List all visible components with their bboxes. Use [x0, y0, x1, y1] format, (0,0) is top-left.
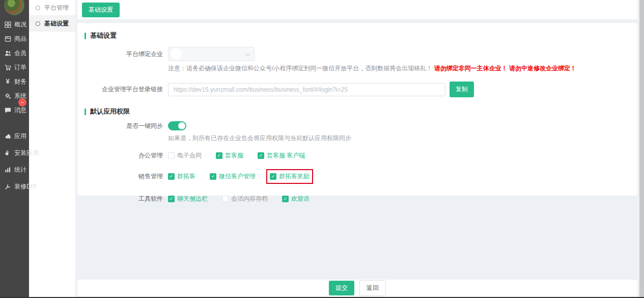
sidebar-item-members[interactable]: 会员: [0, 46, 29, 60]
sales-group-row: 销售管理 群拓客 微信客户管理 群拓客奖励: [77, 172, 637, 181]
checkbox-checked-icon: [168, 196, 175, 202]
vertical-scrollbar[interactable]: [639, 0, 644, 298]
checkbox-checked-icon: [210, 173, 216, 180]
back-button[interactable]: 返回: [359, 280, 386, 296]
sidebar-item-statistics[interactable]: 统计: [0, 161, 29, 178]
checkbox-label: 芸客服 客户端: [267, 151, 305, 160]
copy-button[interactable]: 复制: [450, 82, 474, 97]
diy-wrench-icon: [4, 183, 11, 191]
sidebar-item-label: 安装应用: [14, 149, 39, 157]
sidebar-item-goods[interactable]: 商品: [0, 32, 29, 46]
install-app-icon: [4, 150, 11, 157]
tools-group-row: 工具软件 聊天侧边栏 会话内容存档 欢迎语: [77, 195, 637, 203]
sidebar-item-label: 应用: [14, 132, 26, 141]
checkbox-label: 微信客户管理: [219, 172, 256, 181]
checkbox-yun-service[interactable]: 芸客服: [216, 151, 243, 160]
checkbox-checked-icon: [270, 173, 276, 180]
checkbox-label: 电子合同: [177, 151, 202, 160]
sidebar-item-label: 概况: [14, 20, 26, 29]
submit-button[interactable]: 提交: [329, 281, 354, 295]
checkbox-checked-icon: [216, 152, 222, 159]
sidebar-item-label: 财务: [14, 77, 26, 86]
bind-notice: 注意：请务必确保该企业微信和公众号/小程序绑定到同一微信开放平台，否则数据将会出…: [168, 64, 637, 73]
sidebar-item-messages[interactable]: 消息 –: [0, 103, 29, 117]
sync-helper-text: 如果是，则所有已存在企业也会将应用权限与当前默认应用权限同步: [168, 134, 637, 143]
section-title-basic: 基础设置: [85, 31, 637, 40]
radio-circle-icon: [36, 21, 40, 26]
company-logo-placeholder: [171, 48, 182, 60]
checkbox-chat-sidebar[interactable]: 聊天侧边栏: [168, 195, 208, 203]
footer-action-bar: 提交 返回: [77, 280, 637, 296]
sidebar-item-apps[interactable]: 应用: [0, 128, 29, 145]
office-group-row: 办公管理 电子合同 芸客服 芸客服 客户端: [77, 151, 637, 160]
apps-icon: [4, 133, 11, 140]
settings-card: 基础设置 平台绑定企业 注意：请务必确保该企业微信和公众号/小程序绑定到同一微信…: [77, 23, 637, 196]
sales-group-label: 销售管理: [77, 172, 163, 181]
section-title-text: 默认应用权限: [90, 107, 130, 116]
checkbox-label: 群拓客: [177, 172, 195, 181]
office-group-label: 办公管理: [77, 151, 163, 160]
section-accent-bar: [85, 109, 86, 115]
avatar[interactable]: [4, 0, 24, 15]
sidebar-item-label: 消息: [14, 106, 26, 115]
sidebar-item-label: 会员: [14, 49, 26, 58]
company-select[interactable]: [168, 47, 255, 61]
checkbox-group-tuoke[interactable]: 群拓客: [168, 172, 195, 181]
sidebar-item-finance[interactable]: ¥ 财务: [0, 74, 29, 89]
submenu-item-basic-settings[interactable]: 基础设置: [29, 16, 75, 32]
checkbox-label: 会话内容存档: [231, 195, 268, 203]
login-link-input[interactable]: [168, 83, 445, 96]
checkbox-icon: [168, 152, 175, 159]
notice-gray-text: 注意：请务必确保该企业微信和公众号/小程序绑定到同一微信开放平台，否则数据将会出…: [168, 65, 432, 72]
checkbox-group-tuoke-reward[interactable]: 群拓客奖励: [270, 172, 310, 181]
bind-company-row: 平台绑定企业: [77, 47, 637, 61]
sync-row: 是否一键同步: [77, 121, 637, 130]
notice-red-text: 请勿绑定非同一主体企业！ 请勿中途修改企业绑定！: [434, 65, 576, 72]
top-tab-bar: 基础设置: [77, 0, 637, 19]
checkbox-checked-icon: [258, 152, 264, 159]
radio-circle-icon: [36, 6, 40, 10]
checkbox-label: 芸客服: [225, 151, 243, 160]
submenu-item-label: 平台管理: [44, 4, 69, 12]
sidebar-item-label: 装修DIY: [14, 182, 37, 191]
checkbox-session-archive[interactable]: 会话内容存档: [222, 195, 268, 203]
sidebar-item-label: 订单: [14, 63, 26, 72]
sidebar-item-decorate-diy[interactable]: 装修DIY: [0, 178, 29, 195]
stats-chart-icon: [4, 167, 11, 174]
chevron-down-icon: [245, 51, 250, 56]
orders-cart-icon: [4, 64, 11, 71]
dashboard-icon: [4, 21, 11, 28]
login-link-row: 企业管理平台登录链接 复制: [77, 82, 637, 97]
main-sidebar: 概况 商品 会员 订单 ¥ 财务 系统: [0, 0, 29, 297]
sidebar-item-overview[interactable]: 概况: [0, 17, 29, 32]
sidebar-item-install-apps[interactable]: 安装应用: [0, 145, 29, 161]
section-title-permissions: 默认应用权限: [85, 107, 637, 116]
section-title-text: 基础设置: [90, 31, 117, 40]
checkbox-label: 群拓客奖励: [279, 172, 310, 181]
bind-company-label: 平台绑定企业: [77, 50, 163, 59]
message-bubble-icon: [4, 106, 11, 114]
finance-yen-icon: ¥: [4, 78, 11, 85]
tools-group-label: 工具软件: [77, 195, 163, 203]
system-gear-icon: [4, 92, 11, 99]
section-accent-bar: [85, 33, 86, 39]
checkbox-welcome-message[interactable]: 欢迎语: [282, 195, 310, 203]
sidebar-item-label: 统计: [14, 166, 26, 174]
message-count-badge: –: [18, 98, 26, 106]
members-icon: [4, 49, 11, 57]
checkbox-checked-icon: [168, 173, 175, 180]
checkbox-label: 欢迎语: [291, 195, 310, 203]
submenu-item-platform-management[interactable]: 平台管理: [29, 0, 75, 16]
checkbox-yun-service-client[interactable]: 芸客服 客户端: [258, 151, 305, 160]
sync-toggle[interactable]: [168, 121, 186, 130]
checkbox-electronic-contract[interactable]: 电子合同: [168, 151, 202, 160]
checkbox-label: 聊天侧边栏: [177, 195, 208, 203]
submenu-item-label: 基础设置: [44, 19, 69, 28]
sidebar-item-orders[interactable]: 订单: [0, 60, 29, 74]
checkbox-wechat-customer-management[interactable]: 微信客户管理: [210, 172, 256, 181]
sync-label: 是否一键同步: [77, 122, 163, 130]
basic-settings-tab-button[interactable]: 基础设置: [82, 3, 120, 17]
sidebar-item-label: 商品: [14, 35, 26, 43]
goods-icon: [4, 35, 11, 42]
checkbox-icon: [222, 196, 229, 202]
